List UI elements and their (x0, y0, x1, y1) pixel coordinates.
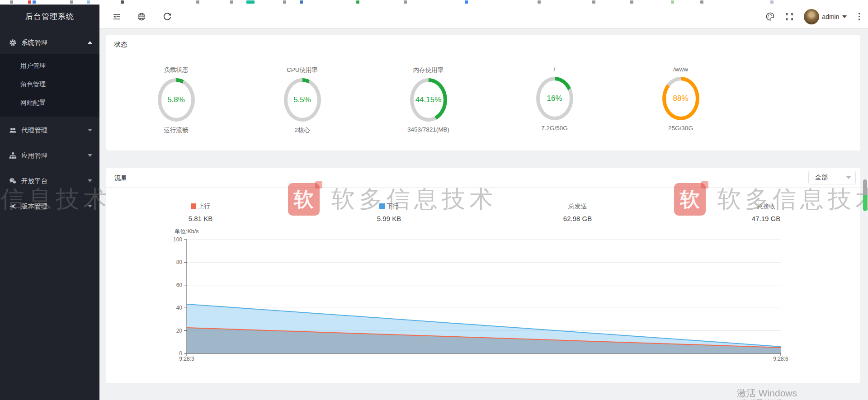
gauge-label: CPU使用率 (287, 66, 318, 74)
stat-label: 总接收 (757, 202, 775, 211)
stat-download: 下行 5.99 KB (295, 202, 483, 222)
stat-value: 62.98 GB (483, 215, 672, 222)
favicon (538, 0, 541, 4)
favicon (283, 0, 286, 4)
gauge-sublabel: 7.2G/50G (541, 125, 568, 132)
sidebar: 后台管理系统 系统管理 用户管理 角色管理 网站配置 代理管理 应用管理 (0, 5, 99, 400)
svg-text:单位:Kb/s: 单位:Kb/s (175, 228, 199, 235)
traffic-card-title: 流量 (106, 168, 860, 188)
gear-icon (9, 39, 17, 47)
traffic-stats: 上行 5.81 KB 下行 5.99 KB 总发送 62.98 GB 总接收 4… (106, 202, 860, 222)
favicon (300, 0, 303, 4)
gauge-ring: 44.15% (410, 78, 447, 122)
sidebar-item-system[interactable]: 系统管理 (0, 31, 99, 54)
globe-icon[interactable] (137, 12, 146, 21)
svg-text:9:28:3: 9:28:3 (179, 356, 194, 362)
sidebar-item-version[interactable]: 版本管理 (0, 193, 99, 219)
stat-label: 上行 (198, 202, 210, 210)
gauge-sublabel: 运行流畅 (164, 126, 189, 134)
stat-value: 5.99 KB (295, 215, 483, 222)
traffic-filter-select[interactable]: 全部 (808, 171, 856, 184)
sidebar-item-apps[interactable]: 应用管理 (0, 143, 99, 168)
app-title: 后台管理系统 (0, 5, 99, 28)
download-legend-swatch (379, 203, 385, 209)
gauge-value: 5.8% (167, 95, 185, 104)
favicon (230, 0, 233, 4)
favicon (10, 0, 13, 4)
chevron-down-icon (846, 176, 851, 179)
chevron-down-icon (842, 15, 847, 18)
submenu-system: 用户管理 角色管理 网站配置 (0, 54, 99, 117)
sidebar-item-label: 应用管理 (21, 151, 47, 160)
gauge-disk-root: / 16% 7.2G/50G (491, 66, 618, 134)
fullscreen-icon[interactable] (785, 12, 794, 21)
svg-text:20: 20 (176, 328, 183, 334)
favicon (630, 0, 633, 4)
scrollbar-thumb[interactable] (863, 179, 867, 211)
favicon (33, 0, 36, 4)
favicon (465, 0, 468, 4)
svg-text:40: 40 (176, 305, 183, 311)
stat-value: 5.81 KB (106, 215, 295, 222)
gauge-ring: 5.5% (284, 78, 321, 122)
traffic-area-chart: 0204060801009:28:39:28:6单位:Kb/s (154, 226, 796, 366)
favicon (404, 0, 407, 4)
gauge-value: 5.5% (293, 95, 311, 104)
chevron-up-icon (88, 41, 92, 44)
gauge-ring: 16% (536, 77, 573, 120)
sidebar-item-open-platform[interactable]: 开放平台 (0, 168, 99, 193)
chevron-down-icon (88, 154, 92, 157)
topbar: admin (99, 5, 868, 28)
browser-bookmarks-strip (0, 0, 868, 5)
sitemap-icon (9, 152, 17, 160)
sidebar-item-site-config[interactable]: 网站配置 (0, 94, 99, 112)
gauge-disk-www: /www 88% 25G/30G (618, 66, 744, 134)
gauge-ring: 88% (662, 77, 699, 120)
gauge-memory: 内存使用率 44.15% 3453/7821(MB) (365, 66, 491, 134)
collapse-menu-icon[interactable] (112, 12, 121, 21)
upload-legend-swatch (191, 203, 196, 209)
traffic-filter-value: 全部 (815, 174, 846, 182)
status-card-title: 状态 (106, 35, 860, 54)
stat-total-sent: 总发送 62.98 GB (483, 202, 672, 222)
traffic-card: 流量 全部 上行 5.81 KB 下行 5.99 KB 总发送 62.98 GB… (106, 168, 860, 383)
avatar[interactable] (804, 9, 819, 24)
stat-label: 下行 (387, 202, 399, 210)
favicon (70, 0, 73, 4)
send-icon (9, 202, 17, 210)
gauge-load: 负载状态 5.8% 运行流畅 (113, 66, 239, 134)
favicon (87, 0, 90, 4)
sidebar-item-label: 开放平台 (21, 177, 47, 185)
favicon (700, 0, 703, 4)
username: admin (822, 13, 839, 20)
favicon (356, 0, 359, 4)
refresh-icon[interactable] (163, 12, 172, 21)
chevron-down-icon (88, 179, 92, 182)
gauge-ring: 5.8% (158, 78, 195, 122)
sidebar-item-label: 系统管理 (21, 38, 47, 47)
gauge-label: 内存使用率 (413, 66, 444, 74)
sidebar-item-role-mgmt[interactable]: 角色管理 (0, 75, 99, 94)
theme-palette-icon[interactable] (765, 12, 775, 21)
svg-text:60: 60 (176, 282, 183, 288)
chevron-down-icon (88, 205, 92, 207)
gauge-value: 16% (547, 94, 562, 103)
windows-activation-text: 激活 Windows (737, 387, 797, 400)
users-icon (9, 127, 17, 134)
sidebar-item-agent[interactable]: 代理管理 (0, 118, 99, 143)
chevron-down-icon (88, 129, 92, 132)
stat-value: 47.19 GB (672, 215, 860, 222)
gauge-label: 负载状态 (164, 66, 189, 74)
windows-activation-subtext: 转到“设置”以激活 Windows。 (737, 398, 813, 400)
more-options-icon[interactable] (857, 11, 862, 22)
sidebar-item-user-mgmt[interactable]: 用户管理 (0, 56, 99, 75)
sidebar-item-label: 版本管理 (21, 202, 47, 211)
gauge-value: 88% (673, 94, 688, 103)
gauge-row: 负载状态 5.8% 运行流畅 CPU使用率 5.5% 2核心 内存使用率 44.… (113, 54, 744, 134)
svg-text:9:28:6: 9:28:6 (773, 356, 788, 362)
favicon (592, 0, 595, 4)
user-menu[interactable]: admin (804, 9, 846, 24)
sidebar-item-label: 代理管理 (21, 126, 47, 135)
favicon (196, 0, 199, 4)
favicon (121, 0, 124, 4)
